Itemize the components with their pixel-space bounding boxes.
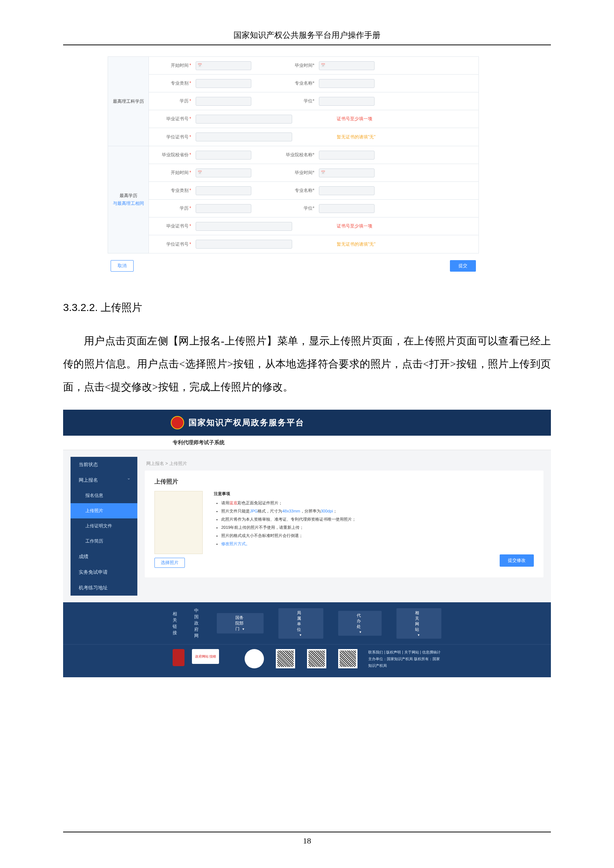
field-label: 开始时间* [154,170,191,176]
degree-cert-input[interactable] [195,240,292,249]
note-item: 修改照片方式。 [221,539,534,548]
sidebar-item-status[interactable]: 当前状态 [71,457,137,473]
sidebar-item-upload-photo[interactable]: 上传照片 [71,503,137,518]
sidebar-item-score[interactable]: 成绩 [71,549,137,564]
footer-label: 相关链接 [173,611,179,636]
form-hint: 证书号至少填一项 [337,223,372,229]
field-label: 开始时间* [154,62,191,69]
education-select[interactable] [195,97,251,106]
page-footer: 相关链接 中国政府网 国务院部门▼ 局属单位▼ 代办处▼ 相关网站▼ 政府网站 … [63,602,551,677]
note-item: 照片的格式或大小不合标准时照片会行倒退； [221,532,534,539]
major-type-select[interactable] [195,79,251,88]
sidebar-item-practice[interactable]: 机考练习地址 [71,580,137,595]
degree-select[interactable] [319,204,375,213]
subsystem-title: 专利代理师考试子系统 [63,436,551,450]
form-hint: 暂无证书的请填"无" [337,134,376,140]
major-type-select[interactable] [195,186,251,195]
notes-panel: 注意事项 请用蓝底彩色正面免冠证件照片； 照片文件只能是JPG格式，尺寸为48x… [214,491,534,568]
note-item: 照片文件只能是JPG格式，尺寸为48x33mm，分辨率为300dpi； [221,507,534,515]
sidebar-item-exemption[interactable]: 实务免试申请 [71,564,137,580]
footer-link[interactable]: 中国政府网 [194,608,202,639]
form-hint: 证书号至少填一项 [337,116,372,122]
form-group-label: 最高学历 与最高理工相同 [108,146,149,253]
qr-icon [241,649,267,668]
field-label: 毕业证书号* [154,116,191,122]
national-emblem-icon [171,416,184,429]
qr-icon [273,649,298,668]
end-date-input[interactable] [319,169,375,177]
field-label: 专业名称* [281,188,315,194]
footer-dropdown[interactable]: 代办处▼ [338,611,381,636]
sidebar-item-resume[interactable]: 工作简历 [71,534,137,549]
submit-change-button[interactable]: 提交修改 [500,555,534,567]
field-label: 毕业时间* [281,170,315,176]
page-number: 18 [63,832,551,846]
top-bar: 国家知识产权局政务服务平台 [63,410,551,436]
sidebar-nav: 当前状态 网上报名 报名信息 上传照片 上传证明文件 工作简历 成绩 实务免试申… [71,457,137,595]
field-label: 毕业证书号* [154,223,191,229]
footer-dropdown[interactable]: 局属单位▼ [278,608,323,639]
sidebar-item-upload-docs[interactable]: 上传证明文件 [71,518,137,534]
error-report-badge[interactable]: 政府网站 找错 [192,649,219,664]
note-item: 2019年前上传的照片不予使用，请重新上传； [221,523,534,532]
grad-cert-input[interactable] [195,115,292,124]
field-label: 学历* [154,205,191,212]
school-province-select[interactable] [195,151,251,160]
sidebar-item-register[interactable]: 网上报名 [71,473,137,488]
footer-dropdown[interactable]: 相关网站▼ [397,608,441,639]
platform-title: 国家知识产权局政务服务平台 [189,417,304,428]
major-name-select[interactable] [319,79,375,88]
footer-info: 联系我们 | 版权声明 | 关于网站 | 信息撰稿计 主办单位：国家知识产权局 … [368,649,441,669]
submit-button[interactable]: 提交 [450,260,476,272]
field-label: 毕业院校省份* [154,152,191,158]
field-label: 学位证书号* [154,241,191,248]
section-heading: 3.3.2.2. 上传照片 [63,301,551,315]
grad-cert-input[interactable] [195,222,292,231]
note-item: 请用蓝底彩色正面免冠证件照片； [221,499,534,507]
footer-dropdown[interactable]: 国务院部门▼ [217,613,263,634]
field-label: 专业类别* [154,80,191,87]
upload-photo-screenshot: 国家知识产权局政务服务平台 专利代理师考试子系统 当前状态 网上报名 报名信息 … [63,410,551,677]
form-screenshot: 最高理工科学历 开始时间* 毕业时间* 专业类别* 专业名称* 学历* [108,56,479,278]
note-item: 此照片将作为本人资格审核、准考证、专利代理师资格证书唯一使用照片； [221,515,534,523]
form-group-label: 最高理工科学历 [108,57,149,146]
document-header: 国家知识产权公共服务平台用户操作手册 [63,30,551,45]
sidebar-item-regist-info[interactable]: 报名信息 [71,488,137,503]
body-paragraph: 用户点击页面左侧【网上报名-上传照片】菜单，显示上传照片页面，在上传照片页面可以… [63,330,551,398]
field-label: 学位* [281,205,315,212]
start-date-input[interactable] [195,61,251,70]
degree-select[interactable] [319,97,375,106]
form-hint: 暂无证书的请填"无" [337,241,376,248]
same-as-link[interactable]: 与最高理工相同 [113,200,144,207]
end-date-input[interactable] [319,61,375,70]
card-title: 上传照片 [154,478,534,486]
cancel-button[interactable]: 取消 [111,260,133,272]
field-label: 学位证书号* [154,134,191,140]
photo-preview [154,491,203,554]
degree-cert-input[interactable] [195,132,292,141]
education-select[interactable] [195,204,251,213]
major-name-select[interactable] [319,186,375,195]
qr-icon [335,649,361,668]
field-label: 毕业时间* [281,62,315,69]
field-label: 学位* [281,98,315,104]
qr-icon [304,649,330,668]
field-label: 专业名称* [281,80,315,87]
gov-badge-icon [173,649,185,666]
start-date-input[interactable] [195,169,251,177]
select-photo-button[interactable]: 选择照片 [154,558,185,568]
field-label: 专业类别* [154,188,191,194]
school-name-input[interactable] [319,151,375,160]
breadcrumb: 网上报名 > 上传照片 [145,457,543,471]
notes-title: 注意事项 [214,491,534,496]
field-label: 学历* [154,98,191,104]
field-label: 毕业院校名称* [281,152,315,158]
